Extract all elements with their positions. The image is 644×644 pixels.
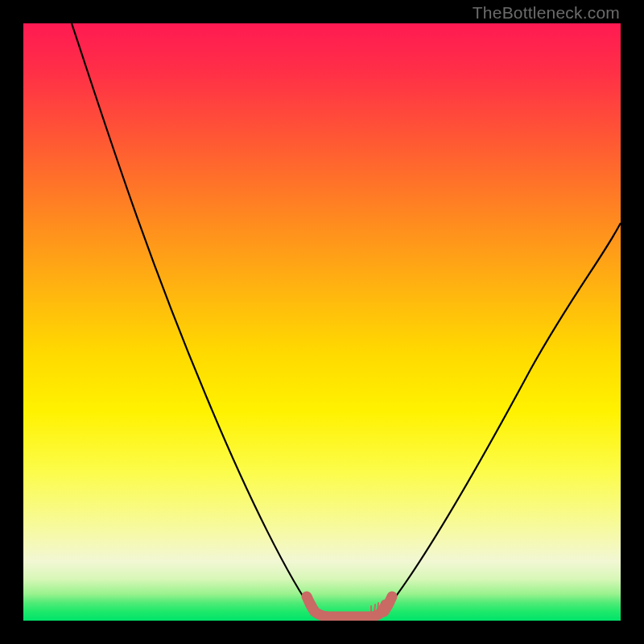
chart-frame: TheBottleneck.com xyxy=(0,0,644,644)
curve-right xyxy=(382,223,621,615)
highlight-left-nub xyxy=(307,597,315,612)
watermark-text: TheBottleneck.com xyxy=(473,3,620,23)
chart-svg xyxy=(23,23,621,621)
svg-line-2 xyxy=(378,603,378,613)
plot-area xyxy=(23,23,621,621)
highlight-right-nub xyxy=(384,597,392,612)
curve-left xyxy=(72,23,316,615)
svg-line-1 xyxy=(374,605,375,613)
